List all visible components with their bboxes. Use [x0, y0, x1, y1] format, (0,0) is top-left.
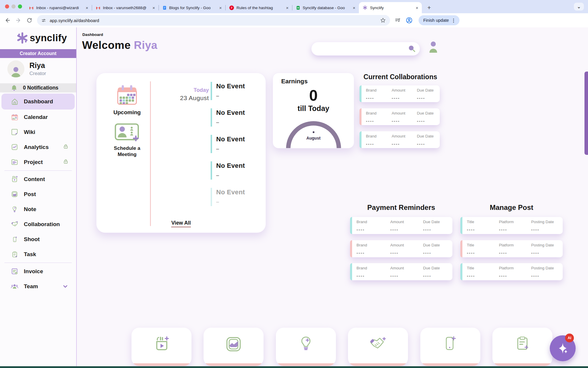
close-window-icon[interactable]	[5, 4, 9, 9]
reload-button[interactable]	[26, 17, 32, 23]
quick-action-post[interactable]	[204, 328, 264, 366]
sidebar-item-note[interactable]: Note	[0, 202, 76, 217]
event-row: No Event –	[211, 188, 245, 206]
accent-bar	[460, 217, 462, 234]
schedule-meeting-icon	[114, 123, 140, 142]
search-bar[interactable]	[312, 42, 420, 55]
lightbulb-icon	[298, 335, 314, 352]
tab-sheets[interactable]: Synclify database - Goo ×	[292, 3, 359, 13]
sidebar-item-collaboration[interactable]: Collaboration	[0, 217, 76, 232]
card-divider	[150, 81, 151, 226]
payment-row[interactable]: Brand---- Amount---- Due Date----	[350, 263, 452, 280]
avatar	[7, 60, 24, 77]
close-tab-icon[interactable]: ×	[285, 5, 290, 10]
close-tab-icon[interactable]: ×	[352, 5, 357, 10]
team-icon	[11, 283, 19, 290]
quick-action-task[interactable]	[492, 328, 552, 366]
close-tab-icon[interactable]: ×	[218, 5, 223, 10]
profile-icon	[406, 17, 413, 24]
image-icon	[11, 190, 19, 198]
schedule-meeting-label: Schedule a Meeting	[110, 145, 144, 158]
header-avatar[interactable]	[428, 41, 439, 54]
close-tab-icon[interactable]: ×	[414, 5, 419, 10]
sidebar-item-post[interactable]: Post	[0, 187, 76, 202]
new-tab-button[interactable]: +	[425, 3, 434, 12]
search-icon[interactable]	[407, 44, 416, 53]
search-input[interactable]	[315, 42, 407, 55]
sidebar-item-wiki[interactable]: Wiki	[0, 125, 76, 140]
earnings-subtitle: till Today	[273, 104, 354, 113]
quick-action-note[interactable]	[276, 328, 336, 366]
quick-action-shoot[interactable]	[420, 328, 480, 366]
sidebar-nav: Dashboard Calendar Wiki Analytics Projec…	[0, 94, 76, 294]
nav-divider	[4, 170, 72, 171]
quick-action-collaboration[interactable]	[348, 328, 408, 366]
manage-post-row[interactable]: Title---- Platform---- Posting Date----	[460, 240, 563, 257]
finish-update-button[interactable]: Finish update ⋮	[419, 15, 459, 25]
collaboration-row[interactable]: Brand---- Amount---- Due Date----	[359, 85, 440, 102]
earnings-gauge	[284, 119, 343, 148]
browser-menu-icon[interactable]: ⋮	[449, 18, 458, 23]
chevron-down-icon[interactable]	[62, 283, 69, 290]
tab-blogs[interactable]: Blogs for Synclify - Goo ×	[159, 3, 225, 13]
collaboration-row[interactable]: Brand---- Amount---- Due Date----	[359, 131, 440, 148]
tab-synclify-active[interactable]: Synclify ×	[359, 2, 422, 13]
sidebar-item-dashboard[interactable]: Dashboard	[1, 94, 75, 110]
earnings-card: Earnings 0 till Today August	[273, 73, 354, 148]
earnings-amount: 0	[273, 87, 354, 104]
sidebar-item-analytics[interactable]: Analytics	[0, 140, 76, 155]
manage-post-row[interactable]: Title---- Platform---- Posting Date----	[460, 217, 563, 234]
maximize-window-icon[interactable]	[18, 4, 22, 9]
forward-button[interactable]	[15, 17, 22, 24]
phone-icon	[11, 236, 19, 243]
accent-bar	[350, 263, 352, 280]
window-controls[interactable]	[5, 4, 22, 9]
sidebar-item-project[interactable]: Project	[0, 155, 76, 170]
back-button[interactable]	[4, 17, 11, 24]
minimize-window-icon[interactable]	[11, 4, 16, 9]
bell-icon	[11, 84, 18, 92]
view-all-link[interactable]: View All	[96, 220, 266, 226]
pinterest-icon: P	[229, 5, 234, 10]
profile-button[interactable]	[406, 17, 413, 24]
content-clapper-icon	[11, 175, 19, 183]
tab-search-chevron[interactable]: ⌄	[574, 3, 584, 11]
sidebar-item-invoice[interactable]: Invoice	[0, 264, 76, 279]
gmail-icon	[96, 5, 101, 10]
user-profile[interactable]: Riya Creator	[7, 60, 46, 77]
sidebar-item-task[interactable]: Task	[0, 247, 76, 262]
scrollbar-thumb[interactable]	[584, 72, 588, 155]
content-clapper-icon	[152, 335, 171, 354]
analytics-chart-icon	[11, 143, 19, 151]
sidebar-item-calendar[interactable]: Calendar	[0, 110, 76, 125]
tab-pinterest[interactable]: P Rules of the hashtag ×	[226, 3, 292, 13]
tab-inbox-1[interactable]: Inbox - rupansi@wizardi ×	[25, 3, 92, 13]
tab-inbox-2[interactable]: Inbox - varunseth2688@ ×	[92, 3, 159, 13]
upcoming-events-card: Upcoming Schedule a Meeting Today 23 Aug…	[96, 73, 266, 233]
page-icon	[11, 128, 19, 136]
lock-icon	[63, 144, 69, 151]
payment-row[interactable]: Brand---- Amount---- Due Date----	[350, 240, 452, 257]
sidebar-item-shoot[interactable]: Shoot	[0, 232, 76, 247]
notifications-row[interactable]: 0 Notifications	[0, 83, 76, 92]
sidebar-item-content[interactable]: Content	[0, 172, 76, 187]
schedule-meeting-shortcut[interactable]: Schedule a Meeting	[105, 123, 149, 158]
quick-action-content[interactable]	[131, 328, 191, 366]
sidebar-item-team[interactable]: Team	[0, 279, 76, 294]
bookmark-button[interactable]	[380, 17, 386, 23]
payment-row[interactable]: Brand---- Amount---- Due Date----	[350, 217, 452, 234]
close-tab-icon[interactable]: ×	[151, 5, 156, 10]
gmail-icon	[29, 5, 34, 10]
google-docs-icon	[162, 6, 167, 10]
handshake-icon	[369, 335, 387, 353]
manage-post-row[interactable]: Title---- Platform---- Posting Date----	[460, 263, 563, 280]
upcoming-shortcut[interactable]: Upcoming	[105, 84, 149, 116]
close-tab-icon[interactable]: ×	[84, 5, 89, 10]
address-bar[interactable]: app.synclify.ai/dashboard	[37, 15, 390, 26]
handshake-icon	[11, 221, 19, 228]
earnings-month: August	[273, 136, 354, 140]
accent-bar	[350, 240, 352, 257]
card-accent-strip	[420, 363, 480, 366]
collaboration-row[interactable]: Brand---- Amount---- Due Date----	[359, 108, 440, 125]
media-controls-button[interactable]	[395, 17, 401, 24]
